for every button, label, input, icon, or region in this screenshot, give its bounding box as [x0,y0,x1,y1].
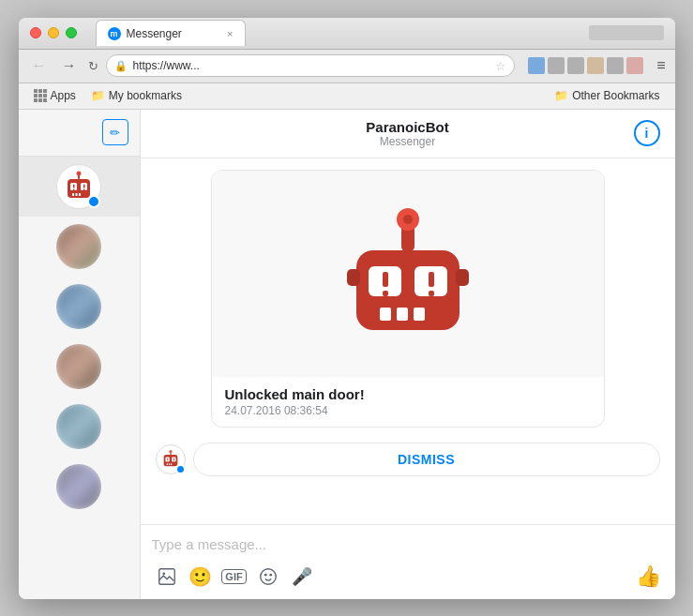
toolbar-icon-2[interactable] [548,57,565,74]
compose-icon-symbol: ✏ [110,126,120,140]
tab-title: Messenger [127,27,222,40]
bookmark-apps-label: Apps [51,89,76,102]
traffic-lights [30,27,77,38]
chat-area: ParanoicBot Messenger i [141,110,675,599]
svg-rect-3 [73,184,75,188]
bookmark-my-bookmarks-label: My bookmarks [109,89,182,102]
dismiss-row: DISMISS [156,435,660,480]
blurred-avatar-3 [56,344,101,389]
dismiss-label: DISMISS [398,452,455,467]
chat-input-area: 🙂 GIF 🎤 👍 [141,524,675,599]
svg-rect-36 [168,463,169,465]
active-tab[interactable]: m Messenger × [96,20,246,46]
image-icon [157,566,177,587]
svg-point-41 [162,572,165,575]
bookmark-my-bookmarks[interactable]: 📁 My bookmarks [85,87,188,104]
thumbs-up-button[interactable]: 👍 [634,562,664,592]
other-bookmarks-label: Other Bookmarks [572,89,659,102]
svg-rect-4 [73,188,75,190]
chat-name: ParanoicBot [182,119,634,135]
browser-window: m Messenger × ← → ↻ 🔒 https://www... ☆ ≡ [19,18,675,599]
message-timestamp: 24.07.2016 08:36:54 [225,404,591,417]
contact-item-1[interactable] [19,217,140,277]
folder-icon: 📁 [91,89,105,102]
tab-close-icon[interactable]: × [227,28,233,39]
toolbar-icon-4[interactable] [587,57,604,74]
tab-favicon: m [108,27,121,40]
bot-avatar-small [156,444,186,474]
svg-point-27 [403,215,413,224]
blurred-avatar-5 [56,464,101,509]
message-card: Unlocked main door! 24.07.2016 08:36:54 [211,170,605,428]
svg-rect-9 [79,193,81,196]
svg-rect-23 [347,269,360,286]
svg-rect-8 [76,193,78,196]
svg-point-44 [269,573,272,576]
svg-rect-22 [414,308,425,321]
reload-button[interactable]: ↻ [88,59,98,73]
contact-item-4[interactable] [19,397,140,457]
browser-menu-button[interactable]: ≡ [656,57,665,74]
contact-item-5[interactable] [19,457,140,517]
svg-rect-21 [397,308,408,321]
svg-rect-17 [383,291,388,296]
chat-header: ParanoicBot Messenger i [141,110,675,158]
svg-rect-5 [83,184,85,188]
bookmark-apps[interactable]: Apps [28,87,82,104]
input-toolbar: 🙂 GIF 🎤 👍 [152,562,664,592]
blurred-avatar-2 [56,284,101,329]
emoji-button[interactable]: 🙂 [186,562,216,592]
close-button[interactable] [30,27,41,38]
bookmark-star-icon[interactable]: ☆ [495,59,506,73]
back-button[interactable]: ← [28,55,51,76]
toolbar-icon-1[interactable] [528,57,545,74]
sidebar-header: ✏ [19,110,140,157]
svg-rect-20 [380,308,391,321]
svg-point-42 [260,568,276,584]
svg-rect-35 [166,463,167,465]
forward-button[interactable]: → [58,55,81,76]
minimize-button[interactable] [48,27,59,38]
robot-svg [333,199,483,349]
gif-button[interactable]: GIF [219,562,249,592]
info-button[interactable]: i [634,120,660,146]
svg-rect-6 [83,188,85,190]
svg-rect-40 [158,568,174,584]
title-bar: m Messenger × [19,18,675,50]
svg-point-12 [78,173,80,174]
compose-button[interactable]: ✏ [102,119,128,145]
message-title: Unlocked main door! [225,386,591,402]
toolbar-icon-5[interactable] [607,57,624,74]
svg-rect-37 [171,463,172,465]
dismiss-button[interactable]: DISMISS [193,443,660,476]
contact-item-3[interactable] [19,337,140,397]
toolbar-icon-3[interactable] [567,57,584,74]
contact-item-bot[interactable] [19,157,140,217]
message-content: Unlocked main door! 24.07.2016 08:36:54 [212,377,604,427]
svg-rect-24 [456,269,469,286]
toolbar-icon-6[interactable] [626,57,643,74]
blurred-avatar-4 [56,404,101,449]
url-text: https://www... [133,59,490,72]
message-input[interactable] [152,533,664,560]
apps-grid-icon [34,89,47,102]
svg-rect-32 [167,460,168,461]
image-upload-button[interactable] [152,562,182,592]
microphone-button[interactable]: 🎤 [287,562,317,592]
maximize-button[interactable] [66,27,77,38]
svg-point-43 [264,573,266,576]
svg-point-39 [169,449,172,452]
url-bar[interactable]: 🔒 https://www... ☆ [106,54,516,77]
robot-image [333,199,483,349]
message-image-area [212,171,604,377]
toolbar-icons [528,57,643,74]
bookmarks-bar: Apps 📁 My bookmarks 📁 Other Bookmarks [19,83,675,110]
small-online-badge [175,464,186,474]
chat-messages: Unlocked main door! 24.07.2016 08:36:54 [141,158,675,524]
other-bookmarks[interactable]: 📁 Other Bookmarks [549,87,665,104]
contact-item-2[interactable] [19,277,140,337]
sticker-button[interactable] [253,562,283,592]
online-badge [87,195,100,208]
secure-icon: 🔒 [114,60,128,72]
svg-rect-31 [167,458,168,459]
